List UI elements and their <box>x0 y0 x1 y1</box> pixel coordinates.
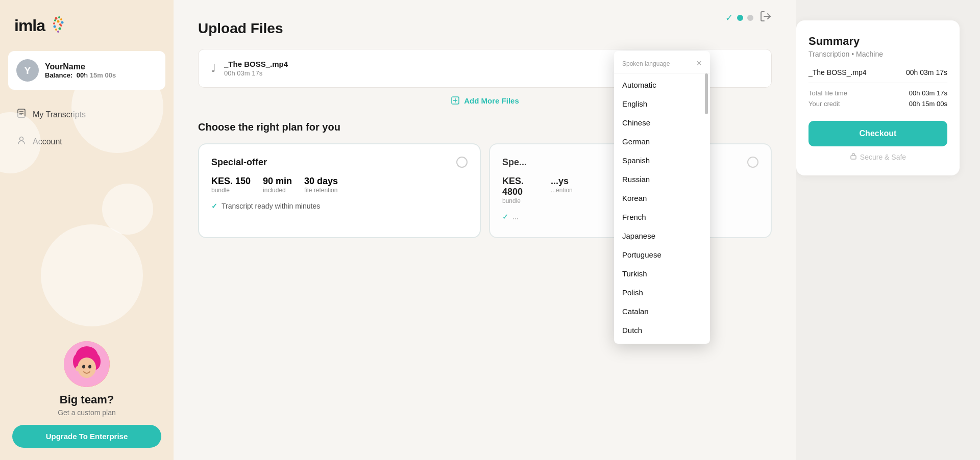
total-file-time-label: Total file time <box>808 89 847 97</box>
svg-point-7 <box>55 29 57 31</box>
secure-safe-label: Secure & Safe <box>808 152 947 161</box>
file-duration: 00h 03m 17s <box>224 69 288 77</box>
upgrade-enterprise-button[interactable]: Upgrade To Enterprise <box>12 425 161 448</box>
big-team-title: Big team? <box>60 393 114 406</box>
lock-icon <box>850 152 857 161</box>
summary-file-name: _The BOSS_.mp4 <box>808 68 867 76</box>
step3-dot <box>747 15 753 21</box>
sidebar-bottom: Big team? Get a custom plan Upgrade To E… <box>0 329 174 460</box>
plan-feature-special: ✓ Transcript ready within minutes <box>211 202 468 210</box>
summary-total-time-row: Total file time 00h 03m 17s <box>808 89 947 97</box>
svg-rect-30 <box>851 156 856 159</box>
dropdown-item-chinese[interactable]: Chinese <box>614 113 710 132</box>
logout-button[interactable] <box>760 10 772 25</box>
music-icon: ♩ <box>211 62 216 75</box>
svg-point-22 <box>78 357 96 378</box>
checkout-button[interactable]: Checkout <box>808 121 947 146</box>
summary-file-row: _The BOSS_.mp4 00h 03m 17s <box>808 68 947 83</box>
dropdown-header-label: Spoken language <box>622 60 670 67</box>
dropdown-item-french[interactable]: French <box>614 208 710 226</box>
svg-point-11 <box>57 20 60 23</box>
dropdown-scrollbar[interactable] <box>705 73 708 114</box>
summary-title: Summary <box>808 35 947 48</box>
dropdown-list: AutomaticEnglishChineseGermanSpanishRuss… <box>614 75 710 340</box>
feature-check-icon: ✓ <box>211 202 217 210</box>
plan-card-special: Special-offer KES. 150 bundle 90 min inc… <box>198 143 481 238</box>
svg-point-3 <box>61 21 64 24</box>
dropdown-item-automatic[interactable]: Automatic <box>614 75 710 94</box>
big-team-subtitle: Get a custom plan <box>58 408 116 417</box>
step1-check: ✓ <box>725 12 733 23</box>
secure-safe-text: Secure & Safe <box>860 153 906 161</box>
logo-text: imla <box>14 16 45 35</box>
dropdown-item-english[interactable]: English <box>614 94 710 113</box>
plan-details-special: KES. 150 bundle 90 min included 30 days … <box>211 176 468 194</box>
dropdown-item-portuguese[interactable]: Portuguese <box>614 245 710 264</box>
avatar: Y <box>16 59 39 82</box>
summary-file-duration: 00h 03m 17s <box>906 68 947 76</box>
main-content: ✓ Upload Files ♩ _The BOSS_.mp4 00h 03m … <box>174 0 796 460</box>
dropdown-header: Spoken language × <box>614 51 710 73</box>
your-credit-value: 00h 15m 00s <box>909 100 947 108</box>
logo: imla <box>0 0 174 47</box>
language-dropdown: Spoken language × AutomaticEnglishChines… <box>614 51 710 344</box>
dropdown-item-polish[interactable]: Polish <box>614 283 710 302</box>
file-info: _The BOSS_.mp4 00h 03m 17s <box>224 60 288 77</box>
logo-icon <box>47 14 69 37</box>
svg-point-23 <box>82 365 85 369</box>
dropdown-item-japanese[interactable]: Japanese <box>614 226 710 245</box>
step2-dot <box>737 15 743 21</box>
svg-point-6 <box>57 31 59 33</box>
svg-point-5 <box>59 28 61 30</box>
dropdown-item-turkish[interactable]: Turkish <box>614 264 710 283</box>
plan-radio-2[interactable] <box>747 157 758 168</box>
summary-subtitle: Transcription • Machine <box>808 50 947 58</box>
file-name: _The BOSS_.mp4 <box>224 60 288 68</box>
dropdown-item-german[interactable]: German <box>614 132 710 151</box>
plan-radio-special[interactable] <box>456 157 468 168</box>
summary-panel: Summary Transcription • Machine _The BOS… <box>796 20 960 175</box>
feature-check-icon-2: ✓ <box>502 213 508 221</box>
svg-point-24 <box>88 365 91 369</box>
plan-name-2-label: Spe... <box>502 157 527 168</box>
dropdown-item-dutch[interactable]: Dutch <box>614 321 710 340</box>
plan-name-special: Special-offer <box>211 157 468 168</box>
svg-point-10 <box>54 19 56 21</box>
summary-credit-row: Your credit 00h 15m 00s <box>808 100 947 108</box>
big-team-avatar <box>64 341 110 387</box>
svg-point-12 <box>59 23 61 25</box>
dropdown-item-spanish[interactable]: Spanish <box>614 151 710 170</box>
step-indicator: ✓ <box>725 12 753 23</box>
add-more-files-label: Add More Files <box>464 96 519 105</box>
total-file-time-value: 00h 03m 17s <box>909 89 947 97</box>
page-title: Upload Files <box>198 20 772 37</box>
svg-point-9 <box>53 22 55 24</box>
dropdown-item-korean[interactable]: Korean <box>614 189 710 208</box>
sidebar: imla Y YourName <box>0 0 174 460</box>
svg-point-8 <box>54 25 56 28</box>
dropdown-close-button[interactable]: × <box>696 58 702 69</box>
svg-point-0 <box>55 17 58 20</box>
svg-point-1 <box>58 16 60 18</box>
dropdown-item-russian[interactable]: Russian <box>614 170 710 189</box>
dropdown-item-catalan[interactable]: Catalan <box>614 302 710 321</box>
content-area: ✓ Upload Files ♩ _The BOSS_.mp4 00h 03m … <box>174 0 980 460</box>
your-credit-label: Your credit <box>808 100 840 108</box>
svg-point-25 <box>76 366 80 371</box>
svg-point-2 <box>60 18 62 20</box>
top-controls: ✓ <box>725 10 772 25</box>
